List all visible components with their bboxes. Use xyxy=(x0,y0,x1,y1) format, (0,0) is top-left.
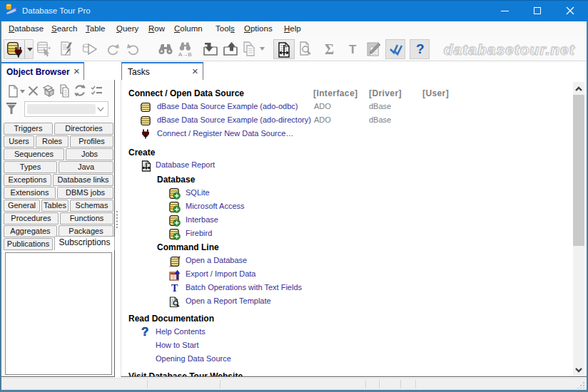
svg-text:A→B: A→B xyxy=(178,51,192,57)
svg-text:T: T xyxy=(349,43,357,56)
svg-text:Σ: Σ xyxy=(325,42,334,56)
svg-text:?: ? xyxy=(141,326,148,338)
svg-text:T: T xyxy=(171,283,178,293)
